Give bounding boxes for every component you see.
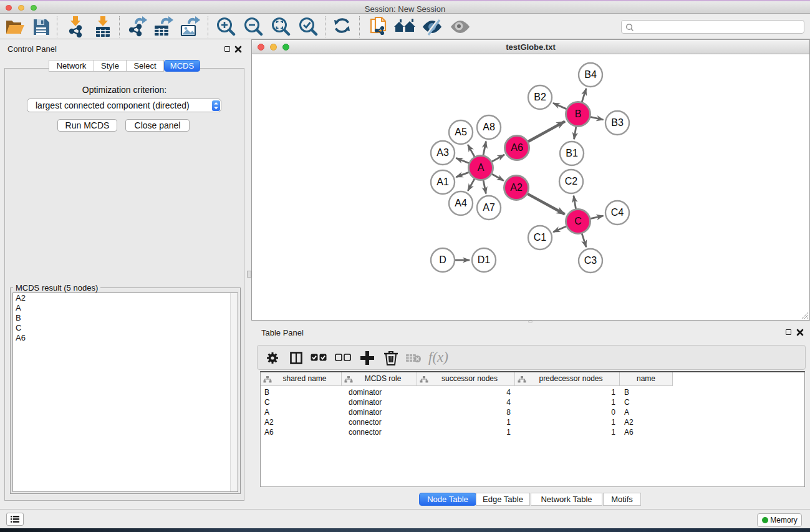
svg-text:D: D [439, 254, 446, 265]
svg-text:B2: B2 [534, 92, 546, 102]
svg-text:A4: A4 [455, 198, 467, 208]
svg-text:A5: A5 [455, 127, 467, 137]
svg-text:C3: C3 [584, 255, 597, 266]
svg-text:D1: D1 [478, 254, 491, 265]
svg-text:A8: A8 [483, 122, 495, 132]
svg-text:B: B [575, 109, 582, 119]
svg-text:B3: B3 [611, 117, 624, 128]
svg-text:A3: A3 [436, 147, 449, 158]
svg-text:A2: A2 [510, 182, 523, 193]
svg-text:A1: A1 [436, 177, 449, 187]
svg-text:A6: A6 [511, 142, 523, 153]
svg-text:A7: A7 [483, 202, 495, 213]
svg-text:B1: B1 [566, 148, 578, 158]
svg-text:C4: C4 [611, 207, 624, 218]
svg-text:C1: C1 [534, 232, 547, 243]
svg-text:C2: C2 [565, 176, 578, 186]
svg-text:C: C [574, 216, 582, 226]
svg-text:A: A [478, 162, 485, 173]
svg-text:B4: B4 [584, 69, 597, 80]
